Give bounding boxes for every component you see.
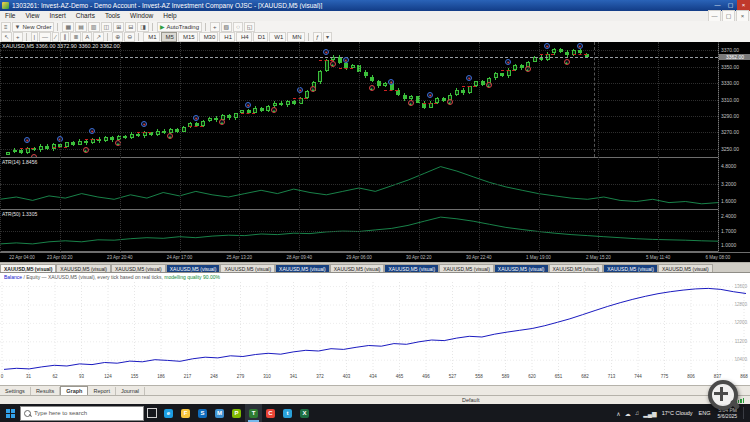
toolbar-tf-d1-button[interactable]: D1	[253, 32, 269, 42]
toolbar-tf-w1-button[interactable]: W1	[269, 32, 286, 42]
toolbar-tf-m30-button[interactable]: M30	[199, 32, 219, 42]
fibonacci-icon: ≣	[73, 33, 78, 41]
taskbar-app-chrome[interactable]: C	[262, 404, 279, 422]
candle	[175, 129, 179, 131]
vertical-line-icon: |	[34, 33, 36, 41]
toolbar-horizontal-line-button[interactable]: —	[39, 32, 51, 42]
candle	[71, 142, 75, 144]
arrows-icon: ↗	[96, 33, 101, 41]
trade-marker-buy: ▲	[525, 66, 531, 72]
toolbar-new-order-button[interactable]: ▼New Order	[12, 22, 55, 32]
toolbar-tf-m5-button[interactable]: M5	[161, 32, 177, 42]
grid-line	[419, 42, 420, 252]
toolbar-separator	[107, 33, 108, 41]
new-order-icon: ▼	[15, 23, 21, 31]
network-icon[interactable]: ▂▄▆	[641, 410, 658, 417]
tester-x-label: 341	[285, 374, 303, 379]
taskbar-app-metatrader[interactable]: T	[245, 404, 262, 422]
window-title: 1303261: Invest-AZ-Demo - Demo Account -…	[12, 2, 711, 9]
onedrive-icon[interactable]: ☁	[623, 410, 633, 417]
toolbar-autotrading-button[interactable]: ▶AutoTrading	[157, 22, 202, 32]
toolbar-separator	[138, 33, 139, 41]
action-center-button[interactable]	[743, 407, 750, 419]
taskbar-app-file-explorer[interactable]: F	[177, 404, 194, 422]
grid-line	[658, 42, 659, 252]
toolbar-new-chart-button[interactable]: +	[210, 22, 220, 32]
toolbar-tf-h4-button[interactable]: H4	[236, 32, 252, 42]
toolbar-fibonacci-button[interactable]: ≣	[70, 32, 81, 42]
search-input[interactable]: Type here to search	[20, 406, 144, 421]
toolbar-zoom-in-button[interactable]: ⊕	[112, 32, 123, 42]
taskbar-app-mail[interactable]: M	[211, 404, 228, 422]
toolbar-trendline-button[interactable]: ∕	[52, 32, 59, 42]
strategy-tester-icon: ◨	[140, 23, 146, 31]
toolbar-tf-h1-button[interactable]: H1	[219, 32, 235, 42]
toolbar-crosshair-button[interactable]: +	[13, 32, 23, 42]
toolbar-tf-m15-button[interactable]: M15	[178, 32, 198, 42]
symbol-ohlc-label: XAUUSD,M5 3366.00 3372.90 3360.20 3362.0…	[2, 43, 120, 49]
menu-tools[interactable]: Tools	[100, 11, 125, 21]
tester-x-label: 403	[338, 374, 356, 379]
toolbar-menu-toggle-button[interactable]: ≡	[1, 22, 11, 32]
toolbar-text-label-button[interactable]: A	[82, 32, 92, 42]
toolbar-separator	[152, 23, 153, 31]
toolbar-navigator-button[interactable]: ⊞	[113, 22, 124, 32]
toolbar-channel-button[interactable]: ∥	[60, 32, 69, 42]
taskbar-app-store[interactable]: S	[194, 404, 211, 422]
menu-charts[interactable]: Charts	[71, 11, 100, 21]
cursor-icon: ↖	[4, 33, 9, 41]
task-view-button[interactable]	[144, 404, 160, 422]
zoom-in-icon: ⊕	[115, 33, 120, 41]
toolbar-data-window-button[interactable]: ◫	[101, 22, 113, 32]
grid-line	[120, 42, 121, 252]
price-label: 3330.00	[721, 80, 739, 86]
trade-marker-sell: ▼	[505, 59, 511, 65]
hidden-icons-chevron[interactable]: ∧	[614, 410, 622, 417]
menu-window[interactable]: Window	[125, 11, 158, 21]
title-bar: 1303261: Invest-AZ-Demo - Demo Account -…	[0, 0, 750, 11]
indicator-scale-label: 2.4000	[721, 213, 736, 219]
taskbar-app-photos[interactable]: P	[228, 404, 245, 422]
weather-widget[interactable]: 17°C Cloudy	[659, 410, 696, 416]
toolbar-terminal-button[interactable]: ⊟	[125, 22, 136, 32]
toolbar-market-watch-button[interactable]: ▥	[88, 22, 100, 32]
tester-x-label: 186	[152, 374, 170, 379]
taskbar-app-excel[interactable]: X	[296, 404, 313, 422]
candle	[123, 136, 127, 138]
toolbar-separator	[205, 23, 206, 31]
price-axis[interactable]: 3370.003350.003330.003310.003290.003270.…	[718, 42, 750, 252]
menu-file[interactable]: File	[0, 11, 20, 21]
toolbar-charts-grid-button[interactable]: ▦	[62, 22, 74, 32]
toolbar-tf-m1-button[interactable]: M1	[143, 32, 159, 42]
toolbar-separator	[57, 23, 58, 31]
grid-line	[180, 42, 181, 252]
volume-icon[interactable]: ♫	[633, 410, 642, 417]
menu-view[interactable]: View	[20, 11, 44, 21]
trade-level-line	[85, 139, 99, 140]
toolbar-profiles-button[interactable]: ▤	[75, 22, 87, 32]
tf-m5-label: M5	[166, 34, 174, 40]
menu-insert[interactable]: Insert	[44, 11, 70, 21]
taskbar-app-telegram[interactable]: t	[279, 404, 296, 422]
tester-x-label: 558	[470, 374, 488, 379]
toolbar-arrows-button[interactable]: ↗	[93, 32, 104, 42]
toolbar-full-screen-button[interactable]: ◱	[244, 22, 256, 32]
toolbar-indicators-button[interactable]: ƒ	[313, 32, 322, 42]
toolbar-vertical-line-button[interactable]: |	[31, 32, 39, 42]
terminal-icon: ⊟	[128, 23, 133, 31]
start-button[interactable]	[0, 404, 20, 422]
toolbar-strategy-tester-button[interactable]: ◨	[137, 22, 149, 32]
toolbar-periods-button[interactable]: ▾	[323, 32, 332, 42]
tf-mn-label: MN	[292, 34, 301, 40]
toolbar-templates-button[interactable]: ▧	[221, 22, 233, 32]
taskbar-app-edge[interactable]: e	[160, 404, 177, 422]
toolbar-refresh-button[interactable]: ◌	[233, 22, 243, 32]
toolbar-tf-mn-button[interactable]: MN	[287, 32, 304, 42]
toolbar-zoom-out-button[interactable]: ⊖	[124, 32, 135, 42]
tester-x-label: 310	[258, 374, 276, 379]
tester-graph-svg[interactable]	[0, 282, 750, 374]
candle	[461, 90, 465, 93]
menu-help[interactable]: Help	[158, 11, 181, 21]
toolbar-cursor-button[interactable]: ↖	[1, 32, 12, 42]
tray-icons: ∧☁♫▂▄▆	[614, 410, 658, 417]
